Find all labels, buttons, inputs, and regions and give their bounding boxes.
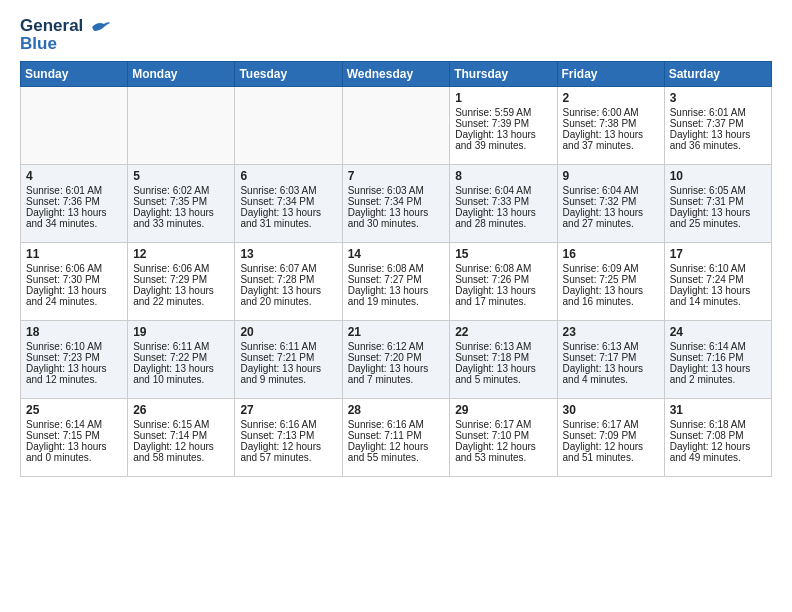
calendar-day-10: 10Sunrise: 6:05 AMSunset: 7:31 PMDayligh… [664,165,771,243]
calendar-day-13: 13Sunrise: 6:07 AMSunset: 7:28 PMDayligh… [235,243,342,321]
day-info: and 51 minutes. [563,452,659,463]
day-info: Sunset: 7:13 PM [240,430,336,441]
day-info: Sunrise: 6:06 AM [133,263,229,274]
day-info: and 7 minutes. [348,374,445,385]
day-number: 24 [670,325,766,339]
day-info: and 30 minutes. [348,218,445,229]
day-number: 2 [563,91,659,105]
day-info: Sunrise: 6:13 AM [455,341,551,352]
day-info: and 49 minutes. [670,452,766,463]
day-info: and 4 minutes. [563,374,659,385]
calendar-day-23: 23Sunrise: 6:13 AMSunset: 7:17 PMDayligh… [557,321,664,399]
day-number: 5 [133,169,229,183]
calendar-empty-cell [128,87,235,165]
day-info: Sunrise: 6:01 AM [670,107,766,118]
calendar-week-row: 11Sunrise: 6:06 AMSunset: 7:30 PMDayligh… [21,243,772,321]
calendar-day-6: 6Sunrise: 6:03 AMSunset: 7:34 PMDaylight… [235,165,342,243]
day-info: Daylight: 13 hours [563,207,659,218]
day-info: Daylight: 12 hours [133,441,229,452]
day-number: 23 [563,325,659,339]
day-info: Daylight: 13 hours [563,285,659,296]
day-info: Daylight: 13 hours [563,363,659,374]
day-info: and 55 minutes. [348,452,445,463]
day-info: and 36 minutes. [670,140,766,151]
day-number: 13 [240,247,336,261]
day-info: Sunset: 7:30 PM [26,274,122,285]
calendar-day-17: 17Sunrise: 6:10 AMSunset: 7:24 PMDayligh… [664,243,771,321]
day-info: Sunset: 7:34 PM [240,196,336,207]
day-info: and 28 minutes. [455,218,551,229]
day-number: 31 [670,403,766,417]
day-info: and 25 minutes. [670,218,766,229]
day-info: Sunset: 7:15 PM [26,430,122,441]
day-number: 16 [563,247,659,261]
day-info: Daylight: 13 hours [348,207,445,218]
day-info: Sunrise: 6:05 AM [670,185,766,196]
calendar-day-19: 19Sunrise: 6:11 AMSunset: 7:22 PMDayligh… [128,321,235,399]
calendar-day-16: 16Sunrise: 6:09 AMSunset: 7:25 PMDayligh… [557,243,664,321]
day-info: and 9 minutes. [240,374,336,385]
day-info: Sunrise: 6:08 AM [455,263,551,274]
calendar-day-2: 2Sunrise: 6:00 AMSunset: 7:38 PMDaylight… [557,87,664,165]
calendar-day-20: 20Sunrise: 6:11 AMSunset: 7:21 PMDayligh… [235,321,342,399]
day-info: Sunset: 7:23 PM [26,352,122,363]
day-number: 21 [348,325,445,339]
day-info: Sunset: 7:39 PM [455,118,551,129]
day-info: and 12 minutes. [26,374,122,385]
day-info: Sunset: 7:10 PM [455,430,551,441]
day-info: Daylight: 13 hours [670,129,766,140]
weekday-header-sunday: Sunday [21,62,128,87]
day-info: Sunrise: 6:04 AM [455,185,551,196]
day-number: 11 [26,247,122,261]
day-info: Sunrise: 6:14 AM [670,341,766,352]
day-info: and 37 minutes. [563,140,659,151]
day-info: and 16 minutes. [563,296,659,307]
day-info: and 20 minutes. [240,296,336,307]
day-info: Sunset: 7:22 PM [133,352,229,363]
day-info: Daylight: 13 hours [348,285,445,296]
calendar-day-15: 15Sunrise: 6:08 AMSunset: 7:26 PMDayligh… [450,243,557,321]
day-info: Sunset: 7:29 PM [133,274,229,285]
day-info: and 39 minutes. [455,140,551,151]
calendar-day-31: 31Sunrise: 6:18 AMSunset: 7:08 PMDayligh… [664,399,771,477]
day-number: 7 [348,169,445,183]
day-info: Sunset: 7:21 PM [240,352,336,363]
calendar-day-22: 22Sunrise: 6:13 AMSunset: 7:18 PMDayligh… [450,321,557,399]
day-number: 8 [455,169,551,183]
calendar-week-row: 18Sunrise: 6:10 AMSunset: 7:23 PMDayligh… [21,321,772,399]
day-number: 30 [563,403,659,417]
day-number: 14 [348,247,445,261]
day-info: and 14 minutes. [670,296,766,307]
day-number: 1 [455,91,551,105]
day-info: Daylight: 13 hours [455,129,551,140]
calendar-day-30: 30Sunrise: 6:17 AMSunset: 7:09 PMDayligh… [557,399,664,477]
calendar-day-5: 5Sunrise: 6:02 AMSunset: 7:35 PMDaylight… [128,165,235,243]
day-info: Sunrise: 6:15 AM [133,419,229,430]
day-info: and 19 minutes. [348,296,445,307]
day-info: Sunset: 7:16 PM [670,352,766,363]
day-number: 17 [670,247,766,261]
day-number: 15 [455,247,551,261]
day-info: Daylight: 13 hours [348,363,445,374]
day-info: Sunrise: 6:04 AM [563,185,659,196]
day-info: Sunset: 7:36 PM [26,196,122,207]
day-info: and 27 minutes. [563,218,659,229]
calendar-day-24: 24Sunrise: 6:14 AMSunset: 7:16 PMDayligh… [664,321,771,399]
day-info: Daylight: 13 hours [26,285,122,296]
calendar-day-21: 21Sunrise: 6:12 AMSunset: 7:20 PMDayligh… [342,321,450,399]
day-info: Sunset: 7:17 PM [563,352,659,363]
day-info: Sunrise: 6:16 AM [348,419,445,430]
day-info: Daylight: 13 hours [240,207,336,218]
day-number: 10 [670,169,766,183]
day-number: 6 [240,169,336,183]
calendar-day-25: 25Sunrise: 6:14 AMSunset: 7:15 PMDayligh… [21,399,128,477]
day-info: Sunrise: 6:14 AM [26,419,122,430]
day-info: Sunset: 7:31 PM [670,196,766,207]
day-info: Sunrise: 6:10 AM [26,341,122,352]
day-info: and 17 minutes. [455,296,551,307]
day-info: Daylight: 13 hours [133,207,229,218]
calendar-table: SundayMondayTuesdayWednesdayThursdayFrid… [20,61,772,477]
day-info: Sunset: 7:08 PM [670,430,766,441]
day-info: and 57 minutes. [240,452,336,463]
day-info: Sunset: 7:32 PM [563,196,659,207]
